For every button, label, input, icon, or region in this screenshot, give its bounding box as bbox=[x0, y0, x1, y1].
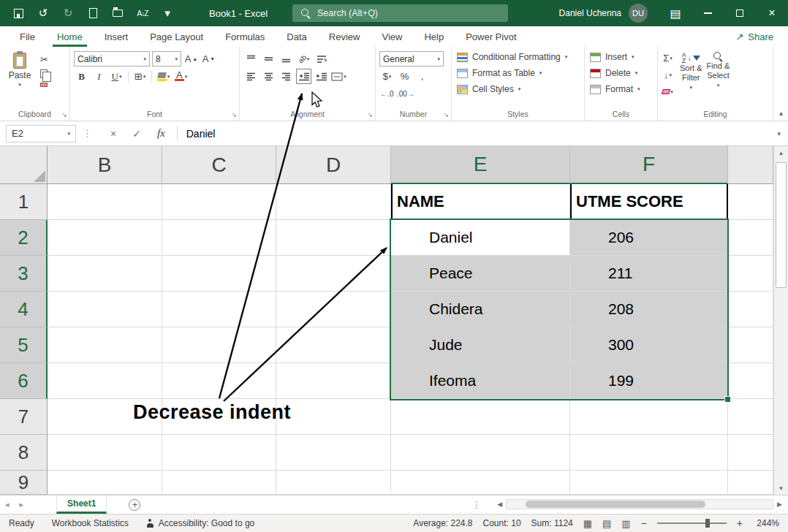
column-header-e[interactable]: E bbox=[391, 146, 570, 184]
hscroll-left-icon[interactable]: ◀ bbox=[497, 501, 502, 508]
cell[interactable] bbox=[162, 363, 276, 399]
cell[interactable] bbox=[570, 471, 728, 495]
percent-style-icon[interactable]: % bbox=[397, 69, 412, 84]
alignment-dialog-launcher-icon[interactable]: ↘ bbox=[367, 111, 373, 118]
add-sheet-icon[interactable]: + bbox=[129, 499, 140, 511]
name-box[interactable]: E2▾ bbox=[6, 125, 76, 142]
cell[interactable] bbox=[391, 435, 570, 471]
cell[interactable] bbox=[728, 363, 773, 399]
top-align-icon[interactable] bbox=[243, 51, 259, 66]
ribbon-display-options-icon[interactable]: ▤ bbox=[659, 0, 692, 26]
paste-button[interactable]: Paste▾ bbox=[2, 49, 37, 88]
underline-button[interactable]: U▾ bbox=[109, 69, 124, 84]
font-name-combo[interactable]: Calibri▾ bbox=[74, 51, 150, 66]
cell-e2-active[interactable]: Daniel bbox=[391, 220, 570, 256]
maximize-button[interactable] bbox=[724, 0, 756, 26]
cell[interactable] bbox=[276, 363, 391, 399]
zoom-slider-thumb[interactable] bbox=[705, 519, 710, 528]
decrease-decimal-icon[interactable]: .00→ bbox=[397, 86, 414, 102]
font-dialog-launcher-icon[interactable]: ↘ bbox=[231, 111, 237, 118]
scroll-down-icon[interactable]: ▼ bbox=[774, 482, 788, 495]
bottom-align-icon[interactable] bbox=[279, 51, 294, 66]
tab-power-pivot[interactable]: Power Pivot bbox=[455, 26, 527, 47]
tab-home[interactable]: Home bbox=[46, 26, 94, 47]
tab-view[interactable]: View bbox=[371, 26, 413, 47]
scrollbar-splitter[interactable]: ⋮ bbox=[472, 500, 481, 510]
user-name[interactable]: Daniel Uchenna bbox=[559, 8, 621, 18]
autosum-icon[interactable]: Σ▾ bbox=[660, 50, 675, 66]
cell[interactable] bbox=[728, 184, 773, 220]
cell[interactable] bbox=[728, 399, 773, 435]
find-select-button[interactable]: Find & Select▾ bbox=[707, 50, 730, 99]
increase-decimal-icon[interactable]: ←.0 bbox=[379, 86, 395, 102]
fill-color-icon[interactable]: ▾ bbox=[156, 69, 171, 84]
tab-help[interactable]: Help bbox=[413, 26, 455, 47]
undo-icon[interactable]: ↺ bbox=[32, 3, 54, 23]
cell[interactable] bbox=[728, 471, 773, 495]
cell[interactable] bbox=[162, 184, 276, 220]
cell[interactable] bbox=[162, 220, 276, 256]
tab-formulas[interactable]: Formulas bbox=[214, 26, 276, 47]
horizontal-scrollbar-thumb[interactable] bbox=[526, 501, 705, 508]
cell[interactable] bbox=[162, 327, 276, 363]
cell-f4[interactable]: 208 bbox=[570, 292, 728, 327]
cell[interactable] bbox=[276, 471, 391, 495]
share-button[interactable]: ↗Share bbox=[735, 26, 788, 47]
sheet-nav-left-icon[interactable]: ◂ bbox=[0, 500, 15, 509]
cell[interactable] bbox=[276, 220, 391, 256]
save-icon[interactable] bbox=[7, 3, 29, 23]
wrap-text-icon[interactable] bbox=[314, 51, 329, 66]
row-header-2[interactable]: 2 bbox=[0, 220, 48, 256]
cell-f5[interactable]: 300 bbox=[570, 327, 728, 363]
confirm-entry-icon[interactable]: ✓ bbox=[132, 128, 141, 140]
zoom-out-icon[interactable]: − bbox=[641, 517, 647, 529]
cell-e4[interactable]: Chidera bbox=[391, 292, 570, 327]
expand-formula-bar-icon[interactable]: ▾ bbox=[777, 130, 788, 137]
select-all-corner[interactable] bbox=[0, 146, 48, 184]
fill-icon[interactable]: ↓▾ bbox=[660, 67, 675, 83]
zoom-in-icon[interactable]: + bbox=[737, 517, 743, 529]
number-format-combo[interactable]: General▾ bbox=[379, 51, 444, 66]
cell-f6[interactable]: 199 bbox=[570, 363, 728, 399]
cell[interactable] bbox=[48, 435, 162, 471]
scroll-up-icon[interactable]: ▲ bbox=[774, 146, 788, 159]
tab-review[interactable]: Review bbox=[318, 26, 371, 47]
tab-page-layout[interactable]: Page Layout bbox=[139, 26, 214, 47]
collapse-ribbon-icon[interactable]: ▴ bbox=[779, 109, 783, 117]
cell[interactable] bbox=[276, 256, 391, 292]
hscroll-right-icon[interactable]: ▶ bbox=[777, 501, 782, 508]
cell[interactable] bbox=[48, 471, 162, 495]
avatar[interactable]: DU bbox=[629, 4, 648, 23]
cell-e5[interactable]: Jude bbox=[391, 327, 570, 363]
decrease-indent-icon[interactable] bbox=[296, 69, 311, 84]
accessibility-status[interactable]: Accessibility: Good to go bbox=[137, 518, 263, 528]
format-painter-icon[interactable] bbox=[40, 83, 48, 87]
row-header-3[interactable]: 3 bbox=[0, 256, 48, 292]
cell[interactable] bbox=[276, 435, 391, 471]
cell-f3[interactable]: 211 bbox=[570, 256, 728, 292]
orientation-icon[interactable]: ab▾ bbox=[296, 51, 311, 66]
bold-button[interactable]: B bbox=[74, 69, 89, 84]
font-color-icon[interactable]: A▾ bbox=[173, 69, 189, 84]
cell[interactable] bbox=[48, 256, 162, 292]
cell[interactable] bbox=[162, 256, 276, 292]
sort-filter-button[interactable]: AZ↓ Sort & Filter▾ bbox=[680, 50, 702, 99]
cell[interactable] bbox=[728, 256, 773, 292]
number-dialog-launcher-icon[interactable]: ↘ bbox=[443, 111, 449, 118]
cell[interactable] bbox=[276, 292, 391, 327]
row-header-7[interactable]: 7 bbox=[0, 399, 48, 435]
cell[interactable] bbox=[276, 399, 391, 435]
cell-f1[interactable]: UTME SCORE bbox=[570, 184, 728, 220]
cell[interactable] bbox=[570, 435, 728, 471]
accounting-format-icon[interactable]: $▾ bbox=[379, 69, 395, 84]
cell[interactable] bbox=[48, 220, 162, 256]
cell[interactable] bbox=[728, 435, 773, 471]
insert-cells-button[interactable]: Insert▾ bbox=[587, 49, 655, 65]
cell[interactable] bbox=[48, 327, 162, 363]
font-size-combo[interactable]: 8▾ bbox=[152, 51, 181, 66]
vertical-scrollbar[interactable]: ▲ ▼ bbox=[773, 146, 788, 495]
tab-insert[interactable]: Insert bbox=[94, 26, 140, 47]
open-folder-icon[interactable] bbox=[107, 3, 129, 23]
cut-icon[interactable]: ✂ bbox=[40, 54, 48, 65]
align-right-icon[interactable] bbox=[279, 69, 294, 84]
